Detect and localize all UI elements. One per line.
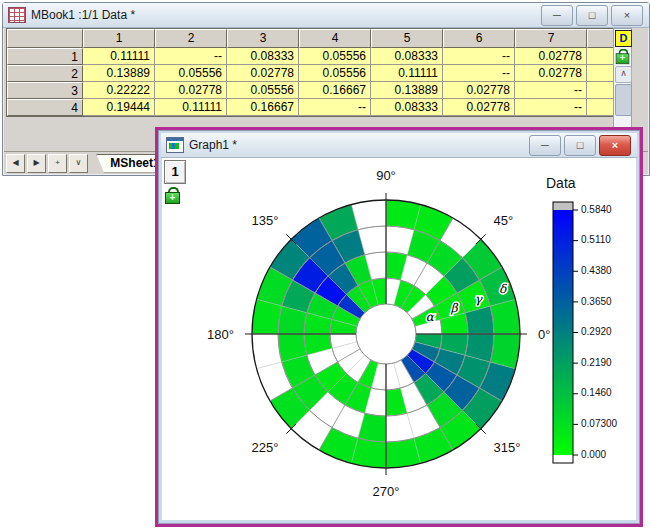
ring-label-1: α: [426, 310, 435, 324]
legend-title: Data: [546, 175, 576, 191]
legend-tick-label: 0.5840: [581, 204, 612, 215]
corner-cell[interactable]: [7, 29, 83, 48]
angular-tick-label: 180°: [207, 327, 234, 342]
legend-tick-label: 0.1460: [581, 387, 612, 398]
matrix-cell[interactable]: 0.05556: [299, 65, 371, 82]
graph-window: Graph1 * ─□× 1 0°45°90°135°180°225°270°3…: [155, 127, 643, 527]
legend-tick-label: 0.000: [581, 449, 606, 460]
matrix-table: 123456710.11111--0.083330.055560.08333--…: [6, 28, 614, 117]
graph-titlebar[interactable]: Graph1 * ─□×: [161, 133, 637, 158]
matrix-cell[interactable]: 0.05556: [299, 48, 371, 65]
graph-window-title: Graph1 *: [189, 138, 237, 152]
scrollbar-thumb[interactable]: [615, 84, 632, 116]
matrix-cell[interactable]: 0.13889: [371, 82, 443, 99]
close-button[interactable]: ×: [599, 135, 631, 156]
desktop: MBook1 :1/1 Data * ─□× 123456710.11111--…: [0, 0, 650, 530]
matrix-cell[interactable]: --: [443, 65, 515, 82]
table-row: 40.194440.111110.16667--0.083330.02778--: [7, 99, 614, 116]
row-header-1[interactable]: 1: [7, 48, 83, 65]
minimize-button[interactable]: ─: [541, 5, 573, 26]
matrix-cell-partial[interactable]: [587, 65, 614, 82]
ring-label-3: γ: [475, 292, 483, 306]
polar-heatmap-chart[interactable]: 0°45°90°135°180°225°270°315°αβγδData0.58…: [162, 158, 643, 526]
matrix-cell[interactable]: 0.19444: [83, 99, 155, 116]
graph-window-frame: Graph1 * ─□× 1 0°45°90°135°180°225°270°3…: [158, 130, 640, 524]
scroll-up-arrow[interactable]: ∧: [615, 66, 632, 83]
matrix-cell-partial[interactable]: [587, 82, 614, 99]
matrix-cell[interactable]: --: [299, 99, 371, 116]
matrix-sheet-icon: [8, 7, 26, 23]
tab-nav-buttons: ◀▶+∨: [4, 154, 88, 173]
matrix-cell-partial[interactable]: [587, 99, 614, 116]
matrix-cell[interactable]: --: [515, 99, 587, 116]
matrix-cell[interactable]: 0.11111: [83, 48, 155, 65]
angular-tick-label: 270°: [373, 484, 400, 499]
angular-tick-label: 90°: [376, 168, 396, 183]
table-row: 10.11111--0.083330.055560.08333--0.02778: [7, 48, 614, 65]
column-header-6[interactable]: 6: [443, 29, 515, 48]
matrix-cell[interactable]: 0.02778: [515, 48, 587, 65]
tab-scroll-left-button[interactable]: ◀: [6, 154, 25, 173]
restore-button[interactable]: □: [576, 5, 608, 26]
graph-page-icon: [166, 137, 184, 153]
legend-tick-label: 0.07300: [581, 418, 618, 429]
add-sheet-button[interactable]: +: [48, 154, 67, 173]
table-row: 30.222220.027780.055560.166670.138890.02…: [7, 82, 614, 99]
legend-tick-label: 0.2190: [581, 357, 612, 368]
matrix-cell[interactable]: 0.22222: [83, 82, 155, 99]
legend-tick-label: 0.3650: [581, 296, 612, 307]
angular-tick-label: 225°: [252, 440, 279, 455]
matrix-cell[interactable]: 0.02778: [443, 99, 515, 116]
angular-tick-label: 135°: [252, 213, 279, 228]
matrix-cell[interactable]: 0.13889: [83, 65, 155, 82]
table-row: 20.138890.055560.027780.055560.11111--0.…: [7, 65, 614, 82]
mbook-window-title: MBook1 :1/1 Data *: [31, 8, 135, 22]
matrix-cell[interactable]: 0.05556: [155, 65, 227, 82]
row-header-4[interactable]: 4: [7, 99, 83, 116]
column-header-2[interactable]: 2: [155, 29, 227, 48]
matrix-cell[interactable]: 0.08333: [371, 99, 443, 116]
legend-tick-label: 0.5110: [581, 234, 611, 245]
matrix-cell[interactable]: 0.16667: [299, 82, 371, 99]
tab-scroll-right-button[interactable]: ▶: [27, 154, 46, 173]
sheet-list-button[interactable]: ∨: [69, 154, 88, 173]
minimize-button[interactable]: ─: [529, 135, 561, 156]
matrix-cell[interactable]: 0.11111: [371, 65, 443, 82]
column-header-3[interactable]: 3: [227, 29, 299, 48]
restore-button[interactable]: □: [564, 135, 596, 156]
legend-tick-label: 0.4380: [581, 265, 612, 276]
matrix-cell[interactable]: 0.02778: [515, 65, 587, 82]
column-header-partial[interactable]: [587, 29, 614, 48]
matrix-cell[interactable]: 0.02778: [155, 82, 227, 99]
column-header-4[interactable]: 4: [299, 29, 371, 48]
column-d-button[interactable]: D: [615, 30, 632, 47]
matrix-cell[interactable]: 0.08333: [227, 48, 299, 65]
matrix-cell-partial[interactable]: [587, 48, 614, 65]
angular-tick-label: 0°: [538, 327, 550, 342]
matrix-cell[interactable]: 0.02778: [227, 65, 299, 82]
matrix-cell[interactable]: --: [515, 82, 587, 99]
close-button[interactable]: ×: [611, 5, 643, 26]
matrix-cell[interactable]: 0.11111: [155, 99, 227, 116]
graph-window-controls: ─□×: [529, 135, 631, 156]
recalculate-lock-icon[interactable]: [616, 49, 630, 63]
column-header-7[interactable]: 7: [515, 29, 587, 48]
ring-label-2: β: [451, 301, 459, 315]
matrix-cell[interactable]: 0.05556: [227, 82, 299, 99]
mbook-titlebar[interactable]: MBook1 :1/1 Data * ─□×: [3, 3, 649, 28]
graph-page: 1 0°45°90°135°180°225°270°315°αβγδData0.…: [162, 158, 636, 520]
matrix-cell[interactable]: 0.16667: [227, 99, 299, 116]
column-header-5[interactable]: 5: [371, 29, 443, 48]
mbook-window-controls: ─□×: [541, 5, 643, 26]
matrix-cell[interactable]: 0.08333: [371, 48, 443, 65]
angular-tick-label: 315°: [494, 440, 521, 455]
row-header-3[interactable]: 3: [7, 82, 83, 99]
angular-tick-label: 45°: [494, 213, 514, 228]
row-header-2[interactable]: 2: [7, 65, 83, 82]
matrix-cell[interactable]: --: [155, 48, 227, 65]
column-header-1[interactable]: 1: [83, 29, 155, 48]
matrix-cell[interactable]: --: [443, 48, 515, 65]
legend-tick-label: 0.2920: [581, 326, 612, 337]
matrix-cell[interactable]: 0.02778: [443, 82, 515, 99]
